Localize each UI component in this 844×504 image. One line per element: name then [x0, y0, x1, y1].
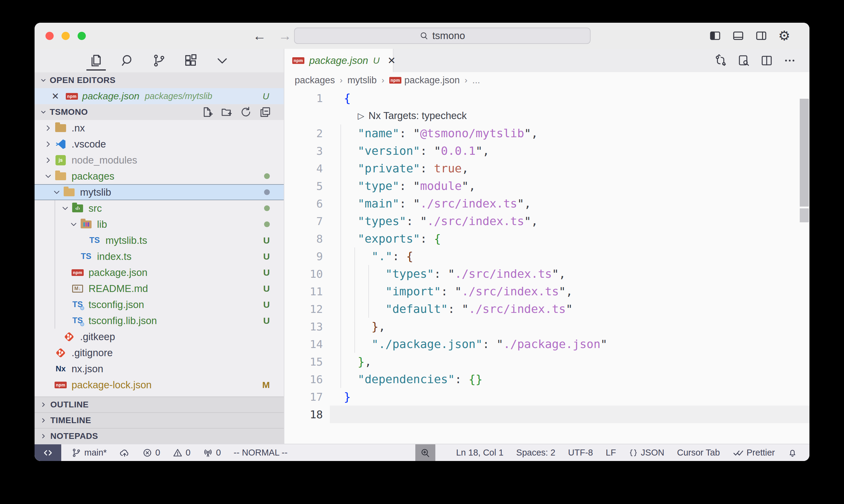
status-item-remote-indicator[interactable] [35, 444, 61, 461]
status-item-warnings[interactable]: 0 [173, 444, 190, 461]
editor-scrollbar[interactable] [800, 99, 809, 206]
code-line-1[interactable]: 1{ [285, 89, 809, 107]
indent-guide [355, 265, 355, 283]
activity-item-more-views[interactable] [214, 51, 230, 71]
back-icon[interactable]: ← [253, 28, 266, 43]
breadcrumb-item[interactable]: npmpackage.json [389, 75, 460, 86]
tree-row-tsconfig-lib-json[interactable]: TS⚙tsconfig.lib.jsonU [35, 312, 284, 329]
settings-gear-icon[interactable]: ⚙ [777, 29, 791, 43]
tree-row-nx-json[interactable]: Nxnx.json [35, 361, 284, 377]
tree-row-node-modules[interactable]: jsnode_modules [35, 152, 284, 168]
tree-row-lib[interactable]: lib [35, 216, 284, 232]
status-item-ports[interactable]: 0 [203, 444, 221, 461]
forward-icon[interactable]: → [278, 28, 292, 43]
code-line-10[interactable]: 10 "types": "./src/index.ts", [285, 265, 809, 283]
tree-row-tsconfig-json[interactable]: TS⚙tsconfig.jsonU [35, 296, 284, 312]
split-editor-icon[interactable] [760, 54, 773, 67]
status-item-screencast-zoom[interactable] [415, 444, 435, 461]
toggle-panel-icon[interactable] [731, 29, 745, 43]
tree-row-mytslib-ts[interactable]: TSmytslib.tsU [35, 232, 284, 248]
outline-section[interactable]: OUTLINE [35, 396, 284, 412]
open-editors-header[interactable]: OPEN EDITORS [35, 72, 284, 88]
status-item-vim-mode[interactable]: -- NORMAL -- [234, 444, 288, 461]
tree-row--gitkeep[interactable]: .gitkeep [35, 329, 284, 345]
close-editor-icon[interactable]: ✕ [52, 91, 59, 102]
status-item-cursor-position[interactable]: Ln 18, Col 1 [456, 444, 503, 461]
status-item-cursor-tab[interactable]: Cursor Tab [677, 444, 720, 461]
status-item-formatter[interactable]: Prettier [733, 444, 775, 461]
status-item-publish[interactable] [119, 444, 130, 461]
breadcrumb-item[interactable]: packages [295, 75, 335, 86]
code-line-14[interactable]: 14 "./package.json": "./package.json" [285, 335, 809, 353]
refresh-explorer-button[interactable] [240, 106, 252, 118]
tab-package-json[interactable]: npm package.json U ✕ [285, 49, 394, 72]
breadcrumb-item[interactable]: ... [472, 75, 480, 86]
code-line-15[interactable]: 15 }, [285, 353, 809, 371]
activity-item-search[interactable] [120, 51, 136, 71]
code-line-4[interactable]: 4 "private": true, [285, 160, 809, 177]
toggle-primary-sidebar-icon[interactable] [708, 29, 722, 43]
zoom-window-button[interactable] [77, 32, 86, 40]
code-line-3[interactable]: 3 "version": "0.0.1", [285, 142, 809, 160]
status-item-indentation[interactable]: Spaces: 2 [516, 444, 555, 461]
code-editor[interactable]: 1{▷Nx Targets: typecheck2 "name": "@tsmo… [285, 88, 809, 444]
activity-item-extensions[interactable] [183, 51, 199, 71]
close-tab-icon[interactable]: ✕ [387, 55, 396, 66]
code-line-5[interactable]: 5 "type": "module", [285, 177, 809, 195]
code-token: : [399, 179, 413, 193]
status-item-errors[interactable]: 0 [142, 444, 160, 461]
activity-item-explorer[interactable] [88, 51, 104, 71]
toggle-secondary-sidebar-icon[interactable] [754, 29, 768, 43]
code-line-13[interactable]: 13 }, [285, 318, 809, 335]
open-editor-item[interactable]: ✕ npm package.json packages/mytslib U [35, 88, 284, 104]
code-line-12[interactable]: 12 "default": "./src/index.ts" [285, 300, 809, 318]
tree-row-package-json[interactable]: npmpackage.jsonU [35, 265, 284, 281]
editor-group: npm package.json U ✕ packages›mytslib›np… [285, 49, 809, 444]
timeline-section[interactable]: TIMELINE [35, 412, 284, 428]
code-line-16[interactable]: 16 "dependencies": {} [285, 371, 809, 388]
code-line-7[interactable]: 7 "types": "./src/index.ts", [285, 212, 809, 230]
open-changes-icon[interactable] [714, 54, 727, 67]
status-item-git-branch[interactable]: main* [71, 444, 107, 461]
line-number: 17 [285, 391, 323, 403]
code-line-2[interactable]: 2 "name": "@tsmono/mytslib", [285, 125, 809, 142]
status-item-notifications[interactable] [788, 444, 797, 461]
status-item-language-mode[interactable]: JSON [629, 444, 664, 461]
code-line-9[interactable]: 9 ".": { [285, 248, 809, 265]
code-line-content: "dependencies": {} [323, 371, 483, 388]
close-window-button[interactable] [46, 32, 54, 40]
open-editor-label: package.json [82, 91, 139, 102]
new-file-button[interactable] [201, 106, 213, 118]
code-token: : [441, 285, 455, 298]
code-lens[interactable]: ▷Nx Targets: typecheck [358, 107, 809, 125]
tree-row-packages[interactable]: packages [35, 168, 284, 184]
status-item-encoding[interactable]: UTF-8 [568, 444, 593, 461]
tree-row--vscode[interactable]: .vscode [35, 136, 284, 152]
collapse-folders-button[interactable] [259, 106, 271, 118]
code-token: " [413, 127, 420, 140]
breadcrumb-item[interactable]: mytslib [347, 75, 377, 86]
tree-row--gitignore[interactable]: .gitignore [35, 345, 284, 361]
editor-scrollbar-segment[interactable] [800, 209, 809, 222]
minimize-window-button[interactable] [62, 32, 70, 40]
tree-row-package-lock-json[interactable]: npmpackage-lock.jsonM [35, 377, 284, 393]
tree-row-src[interactable]: ‹/›src [35, 200, 284, 216]
code-line-18[interactable]: 18 [285, 406, 809, 423]
code-line-6[interactable]: 6 "main": "./src/index.ts", [285, 195, 809, 212]
status-item-eol[interactable]: LF [606, 444, 616, 461]
activity-item-source-control[interactable] [151, 51, 167, 71]
code-line-17[interactable]: 17} [285, 388, 809, 406]
search-editor-icon[interactable] [737, 54, 750, 67]
new-folder-button[interactable] [221, 106, 232, 118]
tree-row-readme-md[interactable]: M↓README.mdU [35, 281, 284, 296]
notepads-section[interactable]: NOTEPADS [35, 428, 284, 444]
code-line-11[interactable]: 11 "import": "./src/index.ts", [285, 283, 809, 300]
tree-row--nx[interactable]: .nx [35, 120, 284, 136]
code-line-8[interactable]: 8 "exports": { [285, 230, 809, 248]
tree-row-index-ts[interactable]: TSindex.tsU [35, 248, 284, 265]
more-actions-icon[interactable] [783, 54, 796, 67]
tree-row-mytslib[interactable]: mytslib [35, 184, 284, 200]
explorer-section-header[interactable]: TSMONO [35, 104, 284, 120]
command-center-search[interactable]: tsmono [294, 28, 590, 44]
breadcrumb-label: package.json [404, 75, 460, 86]
